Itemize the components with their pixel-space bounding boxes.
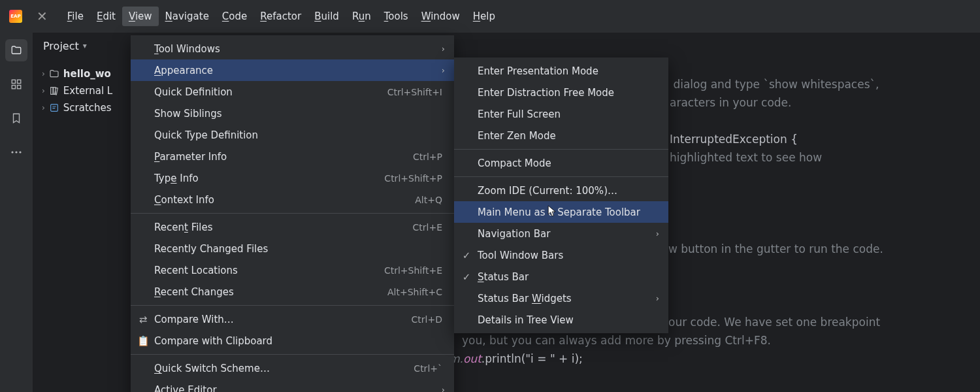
menu-recent-files[interactable]: Recent Files Ctrl+E — [131, 216, 454, 238]
menu-show-siblings[interactable]: Show Siblings — [131, 103, 454, 124]
more-tool-icon[interactable] — [5, 141, 27, 163]
menu-appearance[interactable]: Appearance › — [131, 59, 454, 81]
menu-type-info[interactable]: Type Info Ctrl+Shift+P — [131, 167, 454, 189]
code-line: w button in the gutter to run the code. — [668, 240, 883, 258]
project-panel-header[interactable]: Project ▾ — [33, 33, 87, 59]
menu-enter-full-screen[interactable]: Enter Full Screen — [454, 103, 668, 125]
submenu-arrow-icon: › — [656, 293, 659, 303]
menu-compare-with[interactable]: ⇄ Compare With… Ctrl+D — [131, 308, 454, 330]
menu-zoom-ide[interactable]: Zoom IDE (Current: 100%)… — [454, 180, 668, 201]
scratch-icon — [49, 103, 59, 113]
menubar-window[interactable]: Window — [415, 7, 466, 26]
shortcut-label: Alt+Q — [415, 195, 442, 205]
menu-separator — [131, 213, 454, 214]
library-icon — [49, 86, 59, 96]
bookmarks-tool-icon[interactable] — [5, 107, 27, 129]
chevron-down-icon: ▾ — [83, 41, 87, 50]
menu-separator — [131, 305, 454, 306]
submenu-arrow-icon: › — [442, 385, 445, 392]
svg-rect-2 — [18, 86, 21, 89]
menu-parameter-info[interactable]: Parameter Info Ctrl+P — [131, 146, 454, 167]
menubar-tools[interactable]: Tools — [378, 7, 415, 26]
menu-quick-switch-scheme[interactable]: Quick Switch Scheme… Ctrl+` — [131, 357, 454, 379]
clipboard-compare-icon: 📋 — [137, 335, 149, 347]
shortcut-label: Ctrl+Shift+P — [384, 173, 442, 184]
app-icon: EAP — [9, 10, 22, 23]
menu-tool-window-bars[interactable]: ✓ Tool Window Bars — [454, 244, 668, 266]
svg-point-4 — [11, 151, 13, 153]
close-icon[interactable]: ✕ — [37, 8, 48, 24]
tree-label: Scratches — [63, 102, 112, 114]
structure-tool-icon[interactable] — [5, 73, 27, 95]
tree-label: hello_wo — [63, 68, 111, 80]
submenu-arrow-icon: › — [442, 65, 445, 75]
menu-separator — [454, 149, 668, 150]
menubar-help[interactable]: Help — [466, 7, 502, 26]
shortcut-label: Ctrl+Shift+E — [384, 265, 442, 276]
menu-tool-windows[interactable]: Tool Windows › — [131, 38, 454, 59]
menubar-file[interactable]: File — [61, 7, 90, 26]
menubar-view[interactable]: View — [122, 7, 159, 26]
check-icon: ✓ — [461, 250, 472, 261]
menu-compact-mode[interactable]: Compact Mode — [454, 152, 668, 174]
submenu-arrow-icon: › — [442, 44, 445, 54]
menu-enter-presentation[interactable]: Enter Presentation Mode — [454, 60, 668, 82]
menubar-refactor[interactable]: Refactor — [253, 7, 308, 26]
menu-quick-type-definition[interactable]: Quick Type Definition — [131, 124, 454, 146]
menu-compare-clipboard[interactable]: 📋 Compare with Clipboard — [131, 330, 454, 351]
project-tool-icon[interactable] — [5, 39, 27, 61]
menu-navigation-bar[interactable]: Navigation Bar › — [454, 223, 668, 244]
check-icon: ✓ — [461, 271, 472, 283]
svg-point-6 — [19, 151, 21, 153]
menubar-edit[interactable]: Edit — [90, 7, 122, 26]
tree-row-external[interactable]: › External L — [33, 82, 122, 99]
shortcut-label: Ctrl+Shift+I — [387, 87, 442, 97]
expand-arrow-icon[interactable]: › — [42, 86, 45, 95]
shortcut-label: Ctrl+P — [413, 152, 442, 162]
code-line: dialog and type `show whitespaces`, — [670, 75, 879, 93]
svg-rect-3 — [12, 86, 15, 89]
view-menu-dropdown: Tool Windows › Appearance › Quick Defini… — [131, 35, 454, 392]
menu-recent-changes[interactable]: Recent Changes Alt+Shift+C — [131, 281, 454, 302]
shortcut-label: Ctrl+E — [413, 222, 443, 233]
menu-recently-changed-files[interactable]: Recently Changed Files — [131, 238, 454, 259]
tree-row-scratches[interactable]: › Scratches — [33, 99, 122, 116]
menu-status-bar[interactable]: ✓ Status Bar — [454, 266, 668, 287]
shortcut-label: Ctrl+` — [414, 363, 442, 374]
expand-arrow-icon[interactable]: › — [42, 69, 45, 78]
tree-label: External L — [63, 85, 112, 97]
menubar-run[interactable]: Run — [346, 7, 378, 26]
menubar-navigate[interactable]: Navigate — [159, 7, 216, 26]
svg-rect-7 — [50, 105, 57, 112]
title-bar: EAP ✕ FileEditViewNavigateCodeRefactorBu… — [0, 0, 980, 33]
menubar-build[interactable]: Build — [308, 7, 346, 26]
code-line: m.out.println("i = " + i); — [449, 350, 583, 368]
svg-point-5 — [15, 151, 17, 153]
menu-context-info[interactable]: Context Info Alt+Q — [131, 189, 454, 210]
menu-quick-definition[interactable]: Quick Definition Ctrl+Shift+I — [131, 81, 454, 103]
menu-recent-locations[interactable]: Recent Locations Ctrl+Shift+E — [131, 259, 454, 281]
menu-separator — [131, 354, 454, 355]
svg-rect-0 — [12, 80, 15, 83]
shortcut-label: Ctrl+D — [412, 314, 442, 325]
left-tool-strip — [0, 33, 33, 392]
expand-arrow-icon[interactable]: › — [42, 103, 45, 112]
menu-enter-distraction-free[interactable]: Enter Distraction Free Mode — [454, 82, 668, 103]
code-line: InterruptedException { — [670, 130, 798, 148]
code-line: highlighted text to see how — [670, 148, 822, 167]
project-panel-title: Project — [43, 40, 79, 52]
menu-status-bar-widgets[interactable]: Status Bar Widgets › — [454, 287, 668, 309]
menubar-code[interactable]: Code — [216, 7, 253, 26]
tree-row-project[interactable]: › hello_wo — [33, 65, 122, 82]
code-line: our code. We have set one breakpoint — [668, 313, 880, 331]
menu-enter-zen-mode[interactable]: Enter Zen Mode — [454, 125, 668, 146]
svg-rect-1 — [18, 80, 21, 83]
code-line: you, but you can always add more by pres… — [462, 331, 771, 350]
code-line: aracters in your code. — [670, 93, 791, 112]
menu-main-menu-separate-toolbar[interactable]: Main Menu as a Separate Toolbar — [454, 201, 668, 223]
menu-details-tree-view[interactable]: Details in Tree View — [454, 309, 668, 331]
compare-icon: ⇄ — [137, 314, 149, 325]
menu-active-editor[interactable]: Active Editor › — [131, 379, 454, 392]
appearance-submenu: Enter Presentation Mode Enter Distractio… — [454, 57, 668, 333]
menu-separator — [454, 176, 668, 177]
